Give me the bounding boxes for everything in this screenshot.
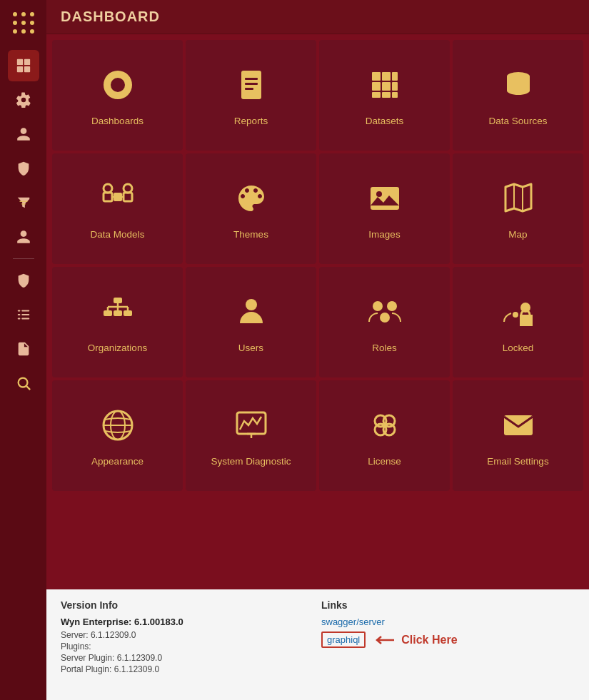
sidebar-item-security[interactable] — [8, 153, 39, 184]
arrow-icon — [374, 634, 397, 646]
sidebar-item-dashboard[interactable] — [8, 50, 39, 81]
tile-email-settings[interactable]: Email Settings — [453, 380, 583, 491]
version-info-title: Version Info — [61, 599, 314, 611]
links-section: Links swagger/server graphiql Click Here — [321, 599, 575, 690]
svg-point-6 — [13, 29, 17, 34]
svg-point-60 — [380, 313, 390, 323]
tile-dashboards[interactable]: Dashboards — [52, 40, 183, 151]
tile-system-diagnostic[interactable]: System Diagnostic — [186, 380, 316, 491]
svg-point-4 — [21, 21, 26, 25]
svg-rect-11 — [16, 66, 22, 72]
svg-rect-40 — [114, 193, 122, 201]
tile-dashboards-label: Dashboards — [91, 116, 144, 126]
locked-icon — [501, 295, 535, 334]
tile-data-models[interactable]: Data Models — [52, 153, 183, 264]
svg-rect-38 — [104, 193, 112, 201]
email-icon — [501, 408, 535, 447]
svg-point-1 — [21, 12, 26, 16]
tile-images[interactable]: Images — [319, 153, 450, 264]
user-icon — [234, 295, 268, 334]
svg-point-46 — [376, 191, 382, 197]
svg-point-59 — [387, 301, 397, 311]
sidebar-item-profile[interactable] — [8, 221, 39, 253]
svg-point-2 — [30, 12, 34, 16]
sidebar-divider-1 — [13, 258, 34, 259]
tile-users-label: Users — [238, 343, 263, 353]
svg-rect-49 — [114, 298, 122, 303]
sidebar — [0, 0, 46, 700]
svg-rect-32 — [382, 82, 391, 91]
svg-rect-16 — [17, 314, 20, 315]
svg-point-0 — [13, 12, 17, 16]
license-icon — [368, 408, 402, 447]
tile-license-label: License — [368, 456, 401, 467]
tile-datasets[interactable]: Datasets — [319, 40, 450, 151]
tile-row-3: Organizations Users — [52, 267, 583, 377]
tile-license[interactable]: License — [319, 380, 450, 491]
click-here-indicator: Click Here — [374, 634, 457, 646]
grid-icon — [368, 68, 402, 107]
tile-appearance[interactable]: Appearance — [52, 380, 183, 491]
map-icon — [501, 181, 535, 220]
svg-rect-52 — [124, 310, 132, 316]
sidebar-item-user[interactable] — [8, 118, 39, 150]
tile-map[interactable]: Map — [453, 153, 583, 264]
tile-organizations[interactable]: Organizations — [52, 267, 183, 377]
app-logo — [8, 7, 39, 39]
svg-point-57 — [246, 299, 257, 310]
tiles-grid: Dashboards Reports — [46, 34, 589, 589]
tile-users[interactable]: Users — [186, 267, 316, 377]
svg-rect-26 — [245, 83, 258, 85]
header: DASHBOARD — [46, 0, 589, 34]
svg-rect-17 — [17, 318, 20, 320]
tile-roles[interactable]: Roles — [319, 267, 450, 377]
tile-locked-label: Locked — [503, 343, 534, 353]
svg-line-22 — [26, 386, 30, 390]
tile-themes[interactable]: Themes — [186, 153, 316, 264]
server-version: Server: 6.1.12309.0 — [61, 630, 314, 640]
sidebar-item-search[interactable] — [8, 367, 39, 399]
svg-point-41 — [104, 184, 112, 193]
sidebar-item-security2[interactable] — [8, 265, 39, 296]
tile-datasets-label: Datasets — [366, 116, 403, 126]
svg-point-5 — [30, 21, 34, 25]
svg-point-7 — [21, 29, 26, 34]
tile-map-label: Map — [508, 229, 527, 240]
swagger-link[interactable]: swagger/server — [321, 617, 575, 627]
svg-point-42 — [124, 184, 132, 193]
svg-rect-27 — [245, 88, 253, 90]
tile-organizations-label: Organizations — [88, 343, 147, 353]
svg-rect-29 — [382, 72, 391, 81]
svg-point-23 — [111, 78, 125, 92]
click-here-text: Click Here — [401, 634, 457, 646]
svg-rect-50 — [104, 310, 112, 316]
tile-email-settings-label: Email Settings — [487, 456, 548, 467]
globe-icon — [101, 408, 135, 447]
diagnostic-icon — [234, 408, 268, 447]
tile-reports[interactable]: Reports — [186, 40, 316, 151]
tile-row-2: Data Models Themes — [52, 153, 583, 264]
svg-rect-25 — [245, 78, 258, 80]
sidebar-item-filters[interactable] — [8, 187, 39, 218]
svg-rect-31 — [372, 82, 381, 91]
plugins-label: Plugins: — [61, 641, 314, 651]
tile-locked[interactable]: Locked — [453, 267, 583, 377]
tile-data-models-label: Data Models — [91, 229, 145, 240]
tile-data-sources[interactable]: Data Sources — [453, 40, 583, 151]
svg-rect-28 — [372, 72, 381, 81]
svg-rect-34 — [372, 92, 381, 98]
sidebar-item-document[interactable] — [8, 333, 39, 365]
svg-rect-45 — [371, 187, 399, 210]
svg-rect-20 — [21, 318, 29, 320]
sidebar-item-settings[interactable] — [8, 84, 39, 116]
links-title: Links — [321, 599, 575, 611]
svg-rect-10 — [24, 59, 29, 65]
sidebar-item-settings2[interactable] — [8, 299, 39, 330]
product-name: Wyn Enterprise: 6.1.00183.0 — [61, 617, 314, 627]
data-model-icon — [101, 181, 135, 220]
svg-rect-18 — [21, 310, 29, 312]
image-icon — [368, 181, 402, 220]
tile-row-1: Dashboards Reports — [52, 40, 583, 151]
graphql-link[interactable]: graphiql — [321, 631, 366, 648]
tile-roles-label: Roles — [372, 343, 397, 353]
